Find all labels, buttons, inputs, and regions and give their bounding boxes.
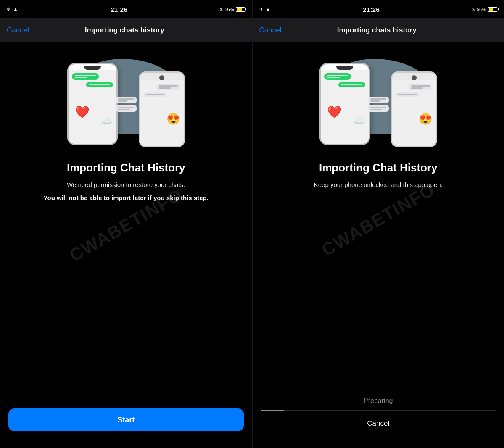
phones-illustration-left: ❤️ [59,50,193,151]
status-bar-right: ✈ ▲ 21:26 $ 56% [253,0,504,18]
bubble-line-rr2 [411,87,423,89]
heading-right: Importing Chat History [319,161,438,174]
nav-title-left: Importing chats history [29,26,220,34]
smiling-emoji-right: 😍 [419,113,432,126]
start-button[interactable]: Start [8,408,244,431]
battery-bar-left [236,7,245,12]
status-right-icons-right: $ 56% [472,7,497,12]
camera-left [159,75,164,80]
illustration-right: ❤️ [265,50,492,151]
bubble-line-r1 [159,85,178,87]
watermark-right: CWABETINFO [318,179,438,260]
cancel-button-left[interactable]: Cancel [7,26,29,34]
battery-bar-right [488,7,497,12]
transfer-bubble-r1 [368,97,389,103]
cloud-emoji-left: ☁️ [101,116,112,126]
transfer-arrows-right [368,97,389,113]
status-bar-left: ✈ ▲ 21:26 $ 56% [0,0,252,18]
phone-device-left [67,63,118,145]
bubble-line-rr1 [411,85,430,87]
phone-device-right-r [391,71,437,147]
progress-area-right: Preparing Cancel [253,397,504,448]
phone-device-right-left [139,71,185,147]
bubble-line-r2 [159,87,171,89]
notch-right-l [336,66,353,70]
cancel-progress-button[interactable]: Cancel [359,416,398,431]
nav-bar-left: Cancel Importing chats history [0,18,252,42]
cloud-emoji-right: ☁️ [353,116,364,126]
illustration-left: ❤️ [13,50,240,151]
bubble-line-rl2 [327,77,340,78]
progress-fill [261,410,285,411]
tr-line-3 [370,107,386,108]
heart-emoji-left: ❤️ [75,105,90,119]
transfer-bubble-1 [116,97,137,103]
tr-line-1 [370,98,386,100]
airplane-icon: ✈ [7,6,11,12]
status-right-icons-left: $ 56% [220,7,245,12]
status-left-icons-right: ✈ ▲ [259,6,271,12]
transfer-bubble-2 [116,105,137,112]
nav-bar-right: Cancel Importing chats history [253,18,504,42]
smiling-emoji-left: 😍 [166,113,180,126]
time-right: 21:26 [363,6,380,13]
bubble-line-rl1 [327,75,348,76]
chat-bubble-rr1 [409,84,433,90]
left-panel: ✈ ▲ 21:26 $ 56% Cancel Importing chats h… [0,0,252,448]
chat-bubble-rr2 [396,92,420,97]
progress-bar [261,410,496,411]
chat-bubble-1 [72,73,99,80]
transfer-bubble-r2 [368,105,389,112]
chat-bubble-r2 [143,92,167,97]
heart-emoji-right: ❤️ [327,105,342,119]
phone-device-left-r [319,63,370,145]
preparing-label: Preparing [364,397,393,405]
camera-right [412,75,417,80]
airplane-icon-right: ✈ [259,6,264,12]
location-icon-left: $ [220,7,222,12]
wifi-icon: ▲ [13,6,18,12]
nav-title-right: Importing chats history [281,26,472,34]
time-left: 21:26 [111,6,127,13]
bubble-line-r3 [146,94,165,95]
tr-line-2 [370,100,380,102]
content-right: ❤️ [253,42,504,397]
t-line-3 [118,107,134,108]
heading-left: Importing Chat History [67,161,185,174]
bubble-line-2 [75,77,87,78]
phones-illustration-right: ❤️ [311,50,446,151]
tr-line-4 [370,109,382,110]
content-left: ❤️ [0,42,252,408]
cancel-button-right[interactable]: Cancel [259,26,282,34]
bottom-area-left: Start [0,408,252,448]
wifi-icon-right: ▲ [266,6,271,12]
battery-percent-left: 56% [224,7,234,12]
t-line-2 [118,100,127,102]
bubble-line-1 [75,75,96,76]
right-panel: ✈ ▲ 21:26 $ 56% Cancel Importing chats h… [252,0,504,448]
bubble-line-rr3 [398,94,417,95]
notch-left [84,66,101,70]
transfer-arrows-left [116,97,137,113]
t-line-1 [118,98,134,100]
t-line-4 [118,109,130,110]
bubble-line-rl3 [341,84,362,85]
chat-bubble-rl1 [324,73,351,80]
location-icon-right: $ [472,7,475,12]
chat-bubble-rl2 [338,82,365,87]
subtext-right: Keep your phone unlocked and this app op… [314,180,443,190]
status-left-icons: ✈ ▲ [7,6,18,12]
chat-bubble-2 [86,82,113,87]
bubble-line-3 [89,84,110,85]
subtext-left: We need permission to restore your chats… [67,180,185,190]
chat-bubble-r1 [156,84,180,90]
battery-percent-right: 56% [477,7,486,12]
bold-warning-left: You will not be able to import later if … [44,193,208,203]
